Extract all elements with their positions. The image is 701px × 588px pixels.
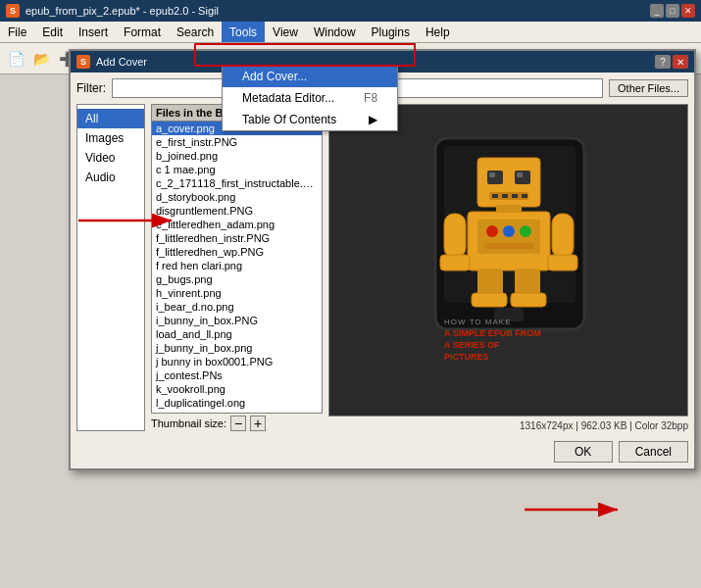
- dropdown-add-cover[interactable]: Add Cover...: [223, 66, 397, 87]
- svg-point-18: [520, 225, 531, 237]
- dropdown-toc[interactable]: Table Of Contents ▶: [223, 109, 397, 130]
- toolbar-new[interactable]: 📄: [4, 47, 27, 71]
- menu-search[interactable]: Search: [169, 22, 222, 42]
- svg-text:A SIMPLE EPUB FROM: A SIMPLE EPUB FROM: [444, 328, 541, 338]
- menu-view[interactable]: View: [265, 22, 306, 42]
- svg-rect-21: [552, 214, 574, 258]
- svg-rect-20: [444, 214, 466, 258]
- svg-rect-19: [484, 243, 533, 249]
- menu-edit[interactable]: Edit: [34, 22, 71, 42]
- svg-rect-11: [512, 194, 518, 198]
- file-item[interactable]: i_bunny_in_box.PNG: [152, 314, 322, 327]
- svg-rect-6: [489, 172, 495, 177]
- thumbnail-label: Thumbnail size:: [151, 417, 226, 429]
- svg-rect-23: [548, 255, 577, 270]
- svg-point-16: [486, 225, 498, 237]
- toc-arrow: ▶: [369, 113, 377, 126]
- dialog-icon: S: [76, 55, 90, 69]
- menu-format[interactable]: Format: [116, 22, 169, 42]
- svg-rect-12: [522, 194, 527, 198]
- svg-rect-4: [487, 171, 503, 184]
- filter-label: Filter:: [76, 81, 106, 95]
- file-item[interactable]: c 1 mae.png: [152, 163, 322, 176]
- app-title: epub_from_pix_2.epub* - epub2.0 - Sigil: [25, 5, 219, 17]
- dialog-close-btn[interactable]: ✕: [673, 55, 688, 69]
- file-item[interactable]: e_first_instr.PNG: [152, 135, 322, 149]
- thumbnail-increase[interactable]: +: [250, 416, 266, 431]
- file-item[interactable]: f red hen clari.png: [152, 259, 322, 272]
- file-item[interactable]: l_duplicatingel.ong: [152, 396, 322, 410]
- metadata-label: Metadata Editor...: [242, 91, 334, 105]
- minimize-btn[interactable]: _: [650, 4, 664, 18]
- cat-video[interactable]: Video: [77, 148, 144, 168]
- file-item[interactable]: b_joined.png: [152, 149, 322, 163]
- svg-rect-26: [472, 293, 507, 307]
- svg-rect-7: [517, 172, 523, 177]
- file-item[interactable]: e_littleredhen_adam.png: [152, 218, 322, 231]
- preview-image: HOW TO MAKE A SIMPLE EPUB FROM A SERIES …: [328, 104, 688, 416]
- preview-panel: HOW TO MAKE A SIMPLE EPUB FROM A SERIES …: [328, 104, 688, 431]
- tools-label: Tools: [229, 25, 257, 39]
- svg-rect-27: [511, 293, 546, 307]
- dialog-footer: OK Cancel: [76, 437, 688, 463]
- menu-insert[interactable]: Insert: [71, 22, 116, 42]
- title-bar: S epub_from_pix_2.epub* - epub2.0 - Sigi…: [0, 0, 701, 22]
- menu-plugins[interactable]: Plugins: [364, 22, 418, 42]
- file-item[interactable]: load_and_ll.png: [152, 327, 322, 341]
- dialog-main: All Images Video Audio Files in the Book…: [76, 104, 688, 431]
- cat-all[interactable]: All: [77, 109, 144, 128]
- other-files-button[interactable]: Other Files...: [609, 79, 688, 97]
- menu-file[interactable]: File: [0, 22, 34, 42]
- dialog-body: Filter: Other Files... All Images Video …: [71, 73, 694, 468]
- files-panel: Files in the Book a_cover.png e_first_in…: [151, 104, 323, 431]
- file-item[interactable]: f_littleredhen_instr.PNG: [152, 231, 322, 245]
- file-item[interactable]: g_bugs.png: [152, 272, 322, 286]
- app-icon: S: [6, 4, 20, 18]
- arrow-to-ok: [520, 490, 637, 529]
- cat-audio[interactable]: Audio: [77, 168, 144, 187]
- maximize-btn[interactable]: □: [666, 4, 679, 18]
- ok-button[interactable]: OK: [554, 441, 613, 463]
- dialog-title: Add Cover: [96, 56, 147, 68]
- svg-rect-5: [515, 171, 530, 184]
- file-item[interactable]: f_littleredhen_wp.PNG: [152, 245, 322, 259]
- file-item[interactable]: d_storybook.png: [152, 190, 322, 204]
- cover-preview-svg: HOW TO MAKE A SIMPLE EPUB FROM A SERIES …: [401, 133, 617, 388]
- file-item[interactable]: disgruntlement.PNG: [152, 204, 322, 218]
- svg-rect-9: [492, 194, 498, 198]
- dropdown-metadata-editor[interactable]: Metadata Editor... F8: [223, 87, 397, 109]
- metadata-shortcut: F8: [364, 91, 377, 105]
- files-list[interactable]: a_cover.png e_first_instr.PNG b_joined.p…: [151, 121, 323, 414]
- svg-text:PICTURES: PICTURES: [444, 352, 489, 362]
- svg-text:A SERIES OF: A SERIES OF: [444, 340, 500, 350]
- file-item[interactable]: k_vookroll.png: [152, 382, 322, 396]
- thumbnail-decrease[interactable]: −: [230, 416, 246, 431]
- thumbnail-row: Thumbnail size: − +: [151, 416, 323, 431]
- cancel-button[interactable]: Cancel: [619, 441, 688, 463]
- file-item[interactable]: j_bunny_in_box.png: [152, 341, 322, 355]
- menu-window[interactable]: Window: [306, 22, 364, 42]
- close-btn[interactable]: ✕: [681, 4, 695, 18]
- menu-bar: File Edit Insert Format Search Tools Add…: [0, 22, 701, 43]
- file-item[interactable]: h_vinrent.png: [152, 286, 322, 300]
- dialog-help-btn[interactable]: ?: [655, 55, 671, 69]
- svg-rect-22: [440, 255, 470, 270]
- toc-label: Table Of Contents: [242, 113, 336, 126]
- svg-rect-10: [502, 194, 508, 198]
- menu-help[interactable]: Help: [418, 22, 458, 42]
- category-sidebar: All Images Video Audio: [76, 104, 145, 431]
- image-info: 1316x724px | 962.03 KB | Color 32bpp: [328, 420, 688, 431]
- svg-point-17: [503, 225, 515, 237]
- svg-text:HOW TO MAKE: HOW TO MAKE: [444, 318, 512, 326]
- file-item[interactable]: j bunny in box0001.PNG: [152, 355, 322, 368]
- file-item[interactable]: m_rejection.png: [152, 410, 322, 414]
- menu-tools[interactable]: Tools Add Cover... Metadata Editor... F8…: [222, 22, 265, 42]
- file-item[interactable]: c_2_171118_first_instructable.png: [152, 176, 322, 190]
- file-item[interactable]: i_bear_d.no.png: [152, 300, 322, 314]
- file-item[interactable]: j_contest.PNs: [152, 368, 322, 382]
- add-cover-label: Add Cover...: [242, 70, 307, 83]
- toolbar-open[interactable]: 📂: [29, 47, 53, 71]
- cat-images[interactable]: Images: [77, 128, 144, 148]
